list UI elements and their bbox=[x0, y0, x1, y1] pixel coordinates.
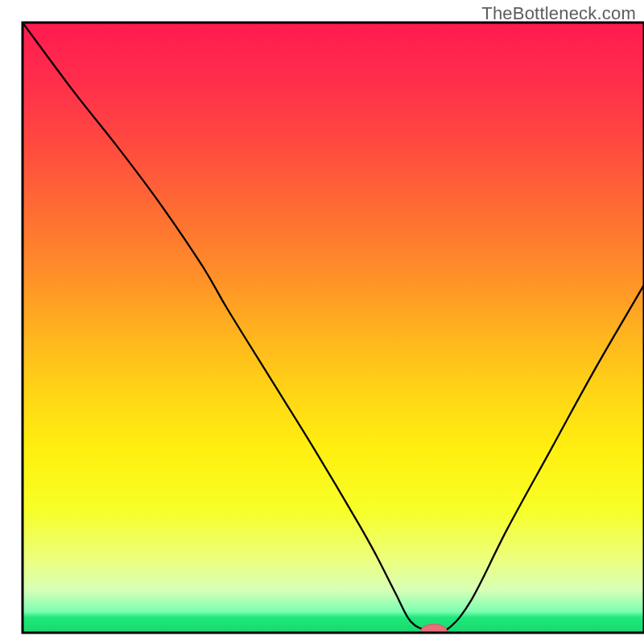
watermark-text: TheBottleneck.com bbox=[481, 3, 636, 24]
bottleneck-chart bbox=[0, 0, 644, 644]
chart-frame: TheBottleneck.com bbox=[0, 0, 644, 644]
optimal-point-marker bbox=[421, 624, 447, 638]
gradient-background bbox=[23, 23, 644, 633]
